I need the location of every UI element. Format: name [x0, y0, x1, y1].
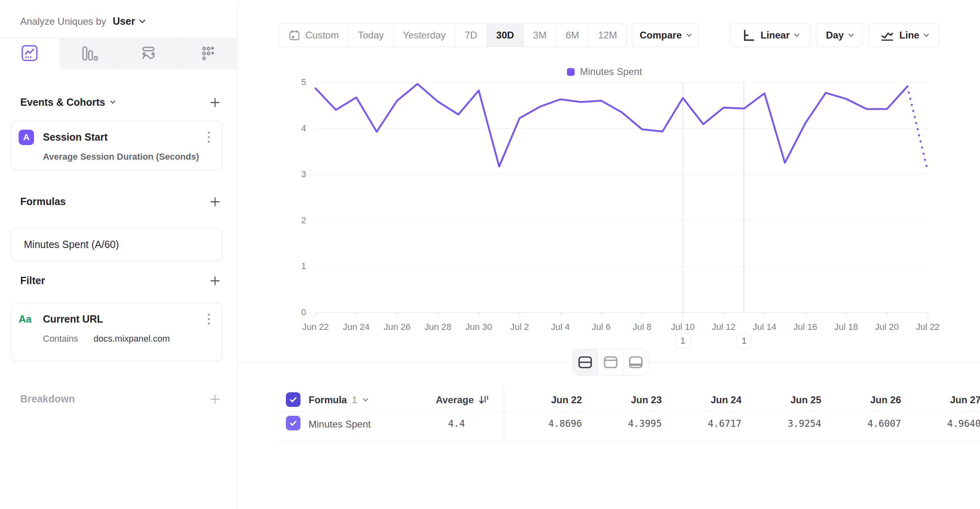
tab-bar-chart[interactable] [59, 38, 118, 69]
event-card[interactable]: A Session Start Average Session Duration… [11, 121, 222, 170]
event-aggregation[interactable]: Average Session Duration (Seconds) [43, 152, 222, 162]
formulas-section-header: Formulas [0, 190, 237, 213]
range-12m[interactable]: 12M [588, 24, 626, 47]
granularity-dropdown[interactable]: Day [816, 24, 863, 47]
query-builder-sidebar: Analyze Uniques by User [0, 0, 238, 509]
chart-type-dropdown[interactable]: Line [868, 24, 940, 47]
table-date-header[interactable]: Jun 27 [908, 394, 980, 406]
analyze-by-dropdown[interactable]: User [113, 15, 145, 27]
filter-value[interactable]: docs.mixpanel.com [94, 334, 170, 344]
average-column-header[interactable]: Average [392, 394, 489, 406]
formula-header-checkbox[interactable] [286, 392, 300, 407]
filter-section-header: Filter [0, 269, 237, 292]
breakdown-header-label: Breakdown [20, 393, 75, 405]
analyze-row: Analyze Uniques by User [0, 4, 237, 38]
add-event-button[interactable] [209, 96, 221, 109]
series-line [315, 82, 928, 312]
table-date-header[interactable]: Jun 24 [669, 394, 741, 406]
checkbox-check-icon [289, 419, 298, 428]
x-axis-tick [805, 312, 806, 316]
chart-view-button[interactable] [598, 349, 623, 375]
tab-metrics[interactable] [178, 38, 238, 69]
linear-axis-icon [741, 28, 755, 42]
tab-flows[interactable] [119, 38, 178, 69]
formula-expression: Minutes Spent (A/60) [11, 239, 119, 250]
x-axis-tick [520, 312, 520, 316]
y-axis-label: 5 [286, 77, 306, 88]
legend-swatch [567, 68, 575, 76]
y-axis-label: 1 [286, 261, 306, 272]
range-3m[interactable]: 3M [523, 24, 556, 47]
filter-property: Current URL [43, 313, 103, 325]
range-6m[interactable]: 6M [556, 24, 588, 47]
formula-header-label: Formula [309, 394, 347, 406]
filter-operator[interactable]: Contains [43, 334, 78, 344]
flows-tab-icon [139, 45, 158, 63]
calendar-icon [288, 29, 300, 41]
chevron-down-icon [848, 32, 854, 37]
table-date-header[interactable]: Jun 26 [828, 394, 901, 406]
range-custom[interactable]: Custom [279, 24, 348, 47]
events-header-label: Events & Cohorts [20, 96, 105, 108]
x-axis-tick [397, 312, 398, 316]
x-axis-tick [438, 312, 438, 316]
table-date-header[interactable]: Jun 23 [589, 394, 662, 406]
formula-header-index: 1 [352, 394, 357, 406]
x-axis-tick [765, 312, 765, 316]
range-label: 12M [598, 30, 617, 41]
plus-icon [209, 96, 221, 109]
granularity-label: Day [826, 30, 844, 41]
range-label: 7D [465, 30, 477, 41]
scale-dropdown[interactable]: Linear [730, 24, 810, 47]
x-axis-tick [601, 312, 602, 316]
tab-line-chart[interactable] [0, 38, 59, 69]
annotation-badge[interactable]: 1 [675, 333, 690, 349]
x-axis-tick [642, 312, 642, 316]
chevron-down-icon [686, 32, 692, 37]
add-formula-button[interactable] [209, 196, 221, 208]
table-date-cell: 3.9254 [748, 418, 821, 429]
average-value-cell: 4.4 [392, 418, 465, 429]
compare-button[interactable]: Compare [632, 24, 699, 47]
add-filter-button[interactable] [209, 275, 221, 287]
range-30d[interactable]: 30D [486, 24, 523, 47]
table-date-cell: 4.6007 [828, 418, 901, 429]
checkbox-check-icon [289, 395, 298, 404]
line-type-icon [880, 28, 894, 42]
table-date-header[interactable]: Jun 25 [748, 394, 821, 406]
split-view-button[interactable] [573, 349, 598, 375]
filter-card[interactable]: Aa Current URL Contains docs.mixpanel.co… [11, 303, 222, 361]
chevron-down-icon [139, 17, 145, 24]
table-view-button[interactable] [623, 349, 648, 375]
analyze-label: Analyze Uniques by [20, 16, 106, 27]
range-7d[interactable]: 7D [455, 24, 487, 47]
range-label: 3M [533, 30, 546, 41]
x-axis-tick [560, 312, 561, 316]
formula-card[interactable]: Minutes Spent (A/60) [11, 228, 222, 261]
event-badge: A [19, 130, 34, 145]
range-today[interactable]: Today [348, 24, 393, 47]
view-toggle-group [572, 349, 648, 376]
x-axis-tick [356, 312, 357, 316]
chevron-down-icon [363, 396, 368, 402]
table-date-cell: 4.6717 [669, 418, 741, 429]
formula-column-header[interactable]: Formula 1 [309, 394, 367, 406]
table-date-header[interactable]: Jun 22 [509, 394, 582, 406]
annotation-badge[interactable]: 1 [736, 333, 752, 349]
projected-segment [908, 86, 928, 171]
series-row-checkbox[interactable] [286, 416, 300, 430]
event-kebab-icon[interactable] [205, 129, 212, 145]
filter-kebab-icon[interactable] [205, 311, 212, 327]
range-yesterday[interactable]: Yesterday [393, 24, 455, 47]
property-type-badge: Aa [19, 313, 36, 325]
report-main: Custom Today Yesterday 7D 30D 3M 6M 12M … [238, 0, 980, 509]
y-axis-label: 3 [286, 169, 306, 180]
chart-legend[interactable]: Minutes Spent [567, 66, 642, 77]
range-label: Today [358, 30, 384, 41]
average-header-label: Average [436, 394, 474, 406]
add-breakdown-button[interactable] [209, 393, 221, 405]
table-date-cell: 4.3995 [589, 418, 662, 429]
x-axis-tick [887, 312, 887, 316]
y-gridline [315, 312, 928, 313]
metrics-tab-icon [199, 45, 217, 63]
